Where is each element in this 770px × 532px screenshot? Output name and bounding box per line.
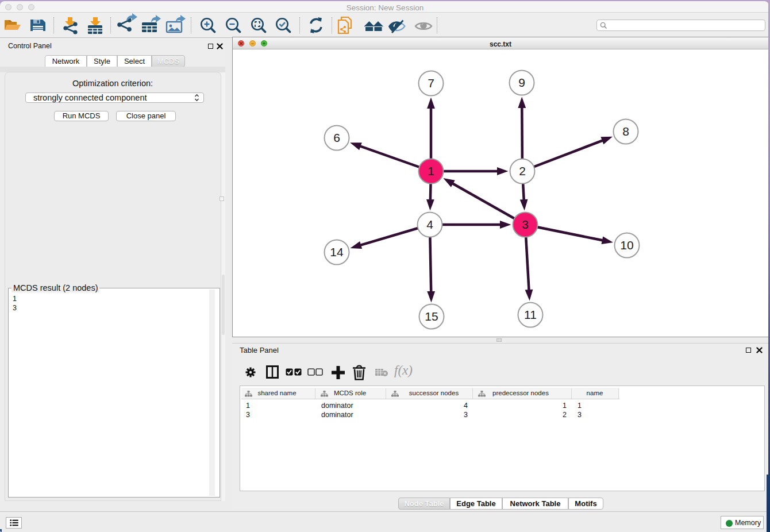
svg-text:15: 15 [425,310,438,323]
svg-text:6: 6 [333,131,340,144]
svg-text:9: 9 [518,76,525,89]
svg-text:8: 8 [622,125,629,138]
svg-text:1: 1 [428,164,434,178]
svg-text:3: 3 [522,218,529,231]
svg-text:7: 7 [428,76,434,90]
svg-text:14: 14 [330,245,344,259]
svg-text:2: 2 [519,164,526,178]
svg-text:11: 11 [524,308,537,321]
svg-text:10: 10 [620,238,633,252]
svg-text:4: 4 [426,218,433,231]
